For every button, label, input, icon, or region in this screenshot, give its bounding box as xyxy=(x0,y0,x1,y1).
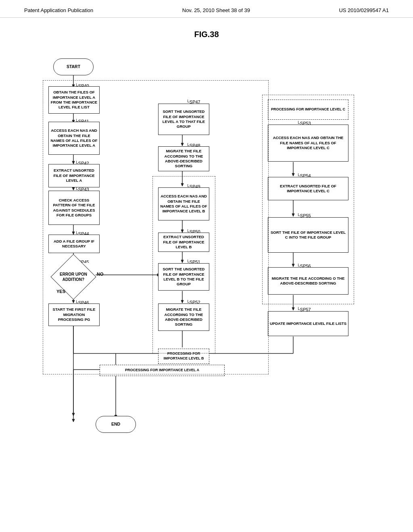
start-box: START xyxy=(53,58,94,75)
svg-marker-40 xyxy=(292,308,294,310)
sp57-box: UPDATE IMPORTANCE LEVEL FILE LISTS xyxy=(268,311,348,336)
end-box: END xyxy=(96,416,136,433)
header-right: US 2010/0299547 A1 xyxy=(339,7,389,13)
region-c xyxy=(262,95,354,304)
diagram-area: FIG.38 xyxy=(0,18,413,482)
region-a xyxy=(43,80,269,374)
page-header: Patent Application Publication Nov. 25, … xyxy=(0,0,413,18)
svg-marker-21 xyxy=(72,413,75,416)
svg-marker-19 xyxy=(72,419,75,422)
header-left: Patent Application Publication xyxy=(24,7,93,13)
figure-title: FIG.38 xyxy=(194,30,219,39)
header-middle: Nov. 25, 2010 Sheet 38 of 39 xyxy=(182,7,250,13)
flowchart: START └SP40 OBTAIN THE FILES OF IMPORTAN… xyxy=(33,47,380,470)
